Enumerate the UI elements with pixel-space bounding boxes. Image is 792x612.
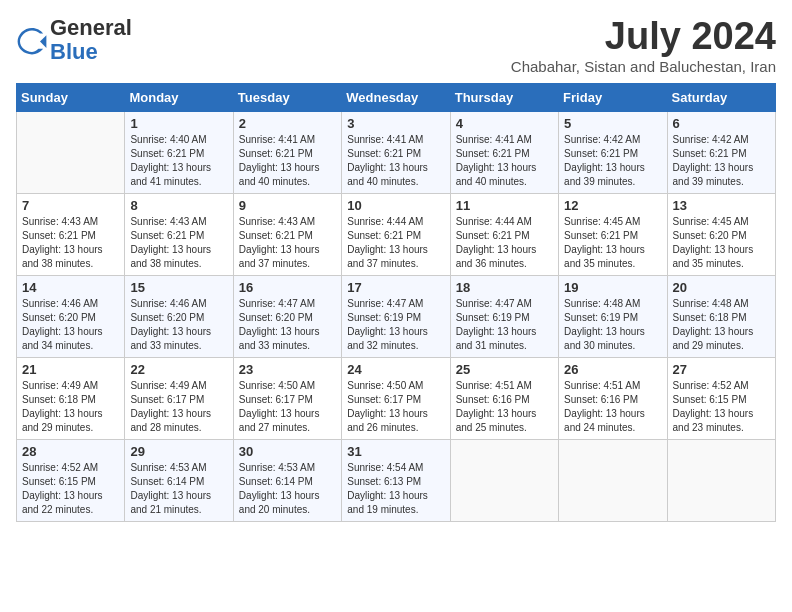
calendar-cell: 7Sunrise: 4:43 AMSunset: 6:21 PMDaylight… — [17, 193, 125, 275]
day-info: Sunrise: 4:44 AMSunset: 6:21 PMDaylight:… — [347, 215, 444, 271]
day-number: 17 — [347, 280, 444, 295]
day-number: 8 — [130, 198, 227, 213]
day-info: Sunrise: 4:51 AMSunset: 6:16 PMDaylight:… — [564, 379, 661, 435]
calendar-cell: 20Sunrise: 4:48 AMSunset: 6:18 PMDayligh… — [667, 275, 775, 357]
calendar-cell — [17, 111, 125, 193]
day-number: 6 — [673, 116, 770, 131]
calendar-cell: 25Sunrise: 4:51 AMSunset: 6:16 PMDayligh… — [450, 357, 558, 439]
day-info: Sunrise: 4:50 AMSunset: 6:17 PMDaylight:… — [239, 379, 336, 435]
day-number: 12 — [564, 198, 661, 213]
day-info: Sunrise: 4:43 AMSunset: 6:21 PMDaylight:… — [22, 215, 119, 271]
day-number: 15 — [130, 280, 227, 295]
calendar-cell: 12Sunrise: 4:45 AMSunset: 6:21 PMDayligh… — [559, 193, 667, 275]
day-number: 23 — [239, 362, 336, 377]
day-info: Sunrise: 4:49 AMSunset: 6:17 PMDaylight:… — [130, 379, 227, 435]
calendar-cell: 19Sunrise: 4:48 AMSunset: 6:19 PMDayligh… — [559, 275, 667, 357]
day-number: 21 — [22, 362, 119, 377]
calendar-week-row: 21Sunrise: 4:49 AMSunset: 6:18 PMDayligh… — [17, 357, 776, 439]
day-info: Sunrise: 4:43 AMSunset: 6:21 PMDaylight:… — [239, 215, 336, 271]
calendar-cell: 11Sunrise: 4:44 AMSunset: 6:21 PMDayligh… — [450, 193, 558, 275]
calendar-cell: 13Sunrise: 4:45 AMSunset: 6:20 PMDayligh… — [667, 193, 775, 275]
calendar-week-row: 28Sunrise: 4:52 AMSunset: 6:15 PMDayligh… — [17, 439, 776, 521]
day-info: Sunrise: 4:46 AMSunset: 6:20 PMDaylight:… — [130, 297, 227, 353]
calendar-cell: 24Sunrise: 4:50 AMSunset: 6:17 PMDayligh… — [342, 357, 450, 439]
col-tuesday: Tuesday — [233, 83, 341, 111]
day-number: 10 — [347, 198, 444, 213]
title-block: July 2024 Chabahar, Sistan and Baluchest… — [511, 16, 776, 75]
day-info: Sunrise: 4:44 AMSunset: 6:21 PMDaylight:… — [456, 215, 553, 271]
day-number: 29 — [130, 444, 227, 459]
day-number: 27 — [673, 362, 770, 377]
day-number: 2 — [239, 116, 336, 131]
day-info: Sunrise: 4:49 AMSunset: 6:18 PMDaylight:… — [22, 379, 119, 435]
day-info: Sunrise: 4:42 AMSunset: 6:21 PMDaylight:… — [564, 133, 661, 189]
day-number: 3 — [347, 116, 444, 131]
day-info: Sunrise: 4:53 AMSunset: 6:14 PMDaylight:… — [130, 461, 227, 517]
day-number: 31 — [347, 444, 444, 459]
header-row: Sunday Monday Tuesday Wednesday Thursday… — [17, 83, 776, 111]
calendar-cell: 27Sunrise: 4:52 AMSunset: 6:15 PMDayligh… — [667, 357, 775, 439]
col-sunday: Sunday — [17, 83, 125, 111]
day-number: 13 — [673, 198, 770, 213]
calendar-week-row: 1Sunrise: 4:40 AMSunset: 6:21 PMDaylight… — [17, 111, 776, 193]
day-number: 9 — [239, 198, 336, 213]
calendar-cell: 16Sunrise: 4:47 AMSunset: 6:20 PMDayligh… — [233, 275, 341, 357]
day-info: Sunrise: 4:45 AMSunset: 6:20 PMDaylight:… — [673, 215, 770, 271]
calendar-body: 1Sunrise: 4:40 AMSunset: 6:21 PMDaylight… — [17, 111, 776, 521]
day-info: Sunrise: 4:52 AMSunset: 6:15 PMDaylight:… — [22, 461, 119, 517]
day-info: Sunrise: 4:42 AMSunset: 6:21 PMDaylight:… — [673, 133, 770, 189]
calendar-cell: 18Sunrise: 4:47 AMSunset: 6:19 PMDayligh… — [450, 275, 558, 357]
calendar-week-row: 14Sunrise: 4:46 AMSunset: 6:20 PMDayligh… — [17, 275, 776, 357]
day-info: Sunrise: 4:50 AMSunset: 6:17 PMDaylight:… — [347, 379, 444, 435]
calendar-cell: 17Sunrise: 4:47 AMSunset: 6:19 PMDayligh… — [342, 275, 450, 357]
calendar-cell — [559, 439, 667, 521]
day-number: 4 — [456, 116, 553, 131]
month-year-title: July 2024 — [511, 16, 776, 58]
day-info: Sunrise: 4:54 AMSunset: 6:13 PMDaylight:… — [347, 461, 444, 517]
day-number: 26 — [564, 362, 661, 377]
day-number: 14 — [22, 280, 119, 295]
calendar-cell: 5Sunrise: 4:42 AMSunset: 6:21 PMDaylight… — [559, 111, 667, 193]
calendar-header: Sunday Monday Tuesday Wednesday Thursday… — [17, 83, 776, 111]
day-number: 1 — [130, 116, 227, 131]
location-subtitle: Chabahar, Sistan and Baluchestan, Iran — [511, 58, 776, 75]
page-header: General Blue July 2024 Chabahar, Sistan … — [16, 16, 776, 75]
day-info: Sunrise: 4:53 AMSunset: 6:14 PMDaylight:… — [239, 461, 336, 517]
logo: General Blue — [16, 16, 132, 64]
calendar-cell: 21Sunrise: 4:49 AMSunset: 6:18 PMDayligh… — [17, 357, 125, 439]
day-info: Sunrise: 4:41 AMSunset: 6:21 PMDaylight:… — [347, 133, 444, 189]
logo-icon — [16, 24, 48, 56]
calendar-cell: 31Sunrise: 4:54 AMSunset: 6:13 PMDayligh… — [342, 439, 450, 521]
day-number: 28 — [22, 444, 119, 459]
calendar-cell: 1Sunrise: 4:40 AMSunset: 6:21 PMDaylight… — [125, 111, 233, 193]
calendar-cell: 4Sunrise: 4:41 AMSunset: 6:21 PMDaylight… — [450, 111, 558, 193]
day-number: 18 — [456, 280, 553, 295]
day-info: Sunrise: 4:52 AMSunset: 6:15 PMDaylight:… — [673, 379, 770, 435]
calendar-cell: 9Sunrise: 4:43 AMSunset: 6:21 PMDaylight… — [233, 193, 341, 275]
col-wednesday: Wednesday — [342, 83, 450, 111]
calendar-cell: 22Sunrise: 4:49 AMSunset: 6:17 PMDayligh… — [125, 357, 233, 439]
day-info: Sunrise: 4:47 AMSunset: 6:19 PMDaylight:… — [347, 297, 444, 353]
day-number: 5 — [564, 116, 661, 131]
col-monday: Monday — [125, 83, 233, 111]
calendar-week-row: 7Sunrise: 4:43 AMSunset: 6:21 PMDaylight… — [17, 193, 776, 275]
calendar-cell — [667, 439, 775, 521]
calendar-cell: 2Sunrise: 4:41 AMSunset: 6:21 PMDaylight… — [233, 111, 341, 193]
day-info: Sunrise: 4:48 AMSunset: 6:18 PMDaylight:… — [673, 297, 770, 353]
col-thursday: Thursday — [450, 83, 558, 111]
day-number: 19 — [564, 280, 661, 295]
day-info: Sunrise: 4:41 AMSunset: 6:21 PMDaylight:… — [239, 133, 336, 189]
day-number: 16 — [239, 280, 336, 295]
day-info: Sunrise: 4:43 AMSunset: 6:21 PMDaylight:… — [130, 215, 227, 271]
day-number: 7 — [22, 198, 119, 213]
calendar-cell: 26Sunrise: 4:51 AMSunset: 6:16 PMDayligh… — [559, 357, 667, 439]
calendar-cell: 28Sunrise: 4:52 AMSunset: 6:15 PMDayligh… — [17, 439, 125, 521]
day-number: 11 — [456, 198, 553, 213]
day-info: Sunrise: 4:41 AMSunset: 6:21 PMDaylight:… — [456, 133, 553, 189]
calendar-cell: 29Sunrise: 4:53 AMSunset: 6:14 PMDayligh… — [125, 439, 233, 521]
calendar-cell: 10Sunrise: 4:44 AMSunset: 6:21 PMDayligh… — [342, 193, 450, 275]
day-info: Sunrise: 4:47 AMSunset: 6:19 PMDaylight:… — [456, 297, 553, 353]
calendar-cell: 8Sunrise: 4:43 AMSunset: 6:21 PMDaylight… — [125, 193, 233, 275]
day-info: Sunrise: 4:45 AMSunset: 6:21 PMDaylight:… — [564, 215, 661, 271]
day-number: 30 — [239, 444, 336, 459]
